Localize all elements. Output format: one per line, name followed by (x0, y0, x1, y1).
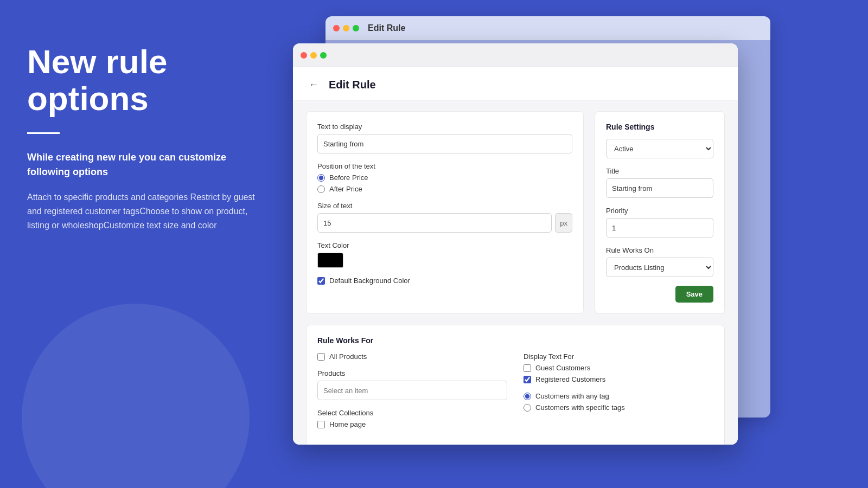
tag-radio-group: Customers with any tag Customers with sp… (524, 392, 713, 412)
registered-customers-item[interactable]: Registered Customers (524, 375, 713, 383)
back-button[interactable]: ← (306, 77, 321, 92)
products-group: Products (317, 369, 507, 400)
after-price-radio[interactable] (317, 185, 325, 193)
rule-works-on-group: Rule Works On Products Listing All Produ… (606, 246, 713, 277)
before-price-radio[interactable] (317, 174, 325, 182)
color-label: Text Color (317, 241, 572, 249)
guest-customers-item[interactable]: Guest Customers (524, 364, 713, 372)
bg-window-titlebar: Edit Rule (326, 16, 770, 40)
position-label: Position of the text (317, 162, 572, 170)
customers-specific-tags-label: Customers with specific tags (535, 403, 625, 412)
settings-title-input[interactable] (606, 178, 713, 198)
text-to-display-label: Text to display (317, 123, 572, 131)
all-products-label: All Products (329, 352, 367, 361)
products-label: Products (317, 369, 507, 377)
customers-specific-tags-radio[interactable] (524, 404, 531, 412)
color-group: Text Color (317, 241, 572, 268)
divider (27, 132, 60, 134)
bottom-right-col: Display Text For Guest Customers Registe… (524, 352, 713, 437)
display-text-for-label: Display Text For (524, 352, 713, 361)
hero-title: New rule options (27, 43, 255, 117)
after-price-label: After Price (329, 185, 362, 193)
rule-works-on-select[interactable]: Products Listing All Products Single Pro… (606, 258, 713, 277)
fg-dot-red (301, 52, 307, 59)
products-input[interactable] (317, 381, 507, 400)
priority-group: Priority (606, 207, 713, 237)
right-area: Edit Rule ← Edit Rule Text to display (282, 0, 868, 488)
size-input[interactable] (317, 213, 552, 233)
color-swatch[interactable] (317, 253, 343, 268)
before-price-label: Before Price (329, 174, 368, 182)
after-price-option[interactable]: After Price (317, 185, 572, 193)
subtitle: While creating new rule you can customiz… (27, 150, 255, 179)
fg-window-titlebar (293, 43, 738, 67)
edit-rule-header: ← Edit Rule (293, 67, 738, 100)
fg-dot-green (320, 52, 327, 59)
home-page-checkbox-item[interactable]: Home page (317, 420, 507, 428)
priority-input[interactable] (606, 218, 713, 237)
rule-works-for-title: Rule Works For (317, 336, 713, 345)
position-radio-group: Before Price After Price (317, 174, 572, 193)
size-group: Size of text px (317, 202, 572, 233)
customers-any-tag-radio[interactable] (524, 393, 531, 400)
all-products-checkbox[interactable] (317, 353, 325, 361)
registered-customers-checkbox[interactable] (524, 376, 531, 383)
status-group: Active Inactive (606, 139, 713, 158)
customers-any-tag-item[interactable]: Customers with any tag (524, 392, 713, 400)
settings-panel: Rule Settings Active Inactive Title Prio… (595, 111, 725, 314)
collections-group: Select Collections Home page (317, 409, 507, 428)
circle-decoration (22, 304, 250, 488)
collections-label: Select Collections (317, 409, 507, 417)
size-row: px (317, 213, 572, 233)
default-bg-checkbox[interactable] (317, 277, 325, 285)
bottom-section: Rule Works For All Products Product (306, 325, 725, 445)
settings-title-group: Title (606, 167, 713, 198)
text-to-display-group: Text to display (317, 123, 572, 153)
display-text-for-group: Display Text For Guest Customers Registe… (524, 352, 713, 383)
position-group: Position of the text Before Price After … (317, 162, 572, 193)
rule-works-on-label: Rule Works On (606, 246, 713, 254)
fg-window: ← Edit Rule Text to display Position of … (293, 43, 738, 445)
guest-customers-checkbox[interactable] (524, 364, 531, 372)
dot-red (333, 25, 340, 31)
settings-title-label: Title (606, 167, 713, 175)
left-panel: New rule options While creating new rule… (0, 0, 282, 488)
customers-specific-tags-item[interactable]: Customers with specific tags (524, 403, 713, 412)
settings-title: Rule Settings (606, 123, 713, 131)
display-text-radio-group: Guest Customers Registered Customers (524, 364, 713, 383)
form-panel: Text to display Position of the text Bef… (306, 111, 584, 314)
registered-customers-label: Registered Customers (535, 375, 605, 383)
size-label: Size of text (317, 202, 572, 210)
main-content: Text to display Position of the text Bef… (293, 100, 738, 325)
page-title: Edit Rule (329, 79, 376, 91)
default-bg-label: Default Background Color (329, 277, 410, 285)
all-products-checkbox-item[interactable]: All Products (317, 352, 507, 361)
priority-label: Priority (606, 207, 713, 215)
bg-window-title: Edit Rule (368, 23, 405, 33)
all-products-group: All Products (317, 352, 507, 361)
guest-customers-label: Guest Customers (535, 364, 590, 372)
status-select[interactable]: Active Inactive (606, 139, 713, 158)
default-bg-group: Default Background Color (317, 277, 572, 285)
bottom-left-col: All Products Products Select Collections (317, 352, 507, 437)
home-page-checkbox[interactable] (317, 421, 325, 428)
bottom-grid: All Products Products Select Collections (317, 352, 713, 437)
dot-yellow (343, 25, 349, 31)
dot-green (353, 25, 359, 31)
description: Attach to specific products and categori… (27, 190, 255, 232)
fg-window-content: ← Edit Rule Text to display Position of … (293, 67, 738, 445)
size-unit: px (555, 213, 572, 233)
fg-dot-yellow (310, 52, 317, 59)
save-button[interactable]: Save (675, 286, 713, 303)
customers-any-tag-label: Customers with any tag (535, 392, 609, 400)
home-page-label: Home page (329, 420, 366, 428)
before-price-option[interactable]: Before Price (317, 174, 572, 182)
default-bg-checkbox-item[interactable]: Default Background Color (317, 277, 572, 285)
text-to-display-input[interactable] (317, 134, 572, 153)
